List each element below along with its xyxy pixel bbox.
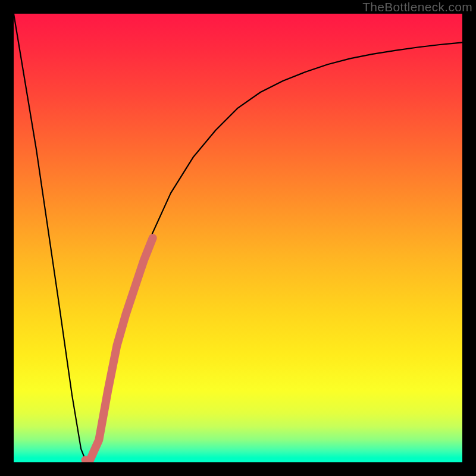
chart-frame: TheBottleneck.com [0,0,476,476]
watermark-text: TheBottleneck.com [362,0,472,14]
plot-wrap [14,14,462,462]
plot-gradient-background [14,14,462,462]
